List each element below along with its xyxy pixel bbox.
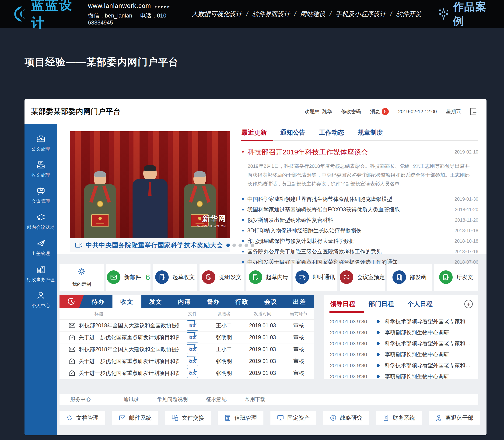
tab-recent-updates[interactable]: 最近更新 <box>241 128 267 140</box>
shortcut-draft-incoming[interactable]: 起草收文 <box>153 264 197 291</box>
site-nav-item[interactable]: 手机及小程序设计 <box>336 10 396 18</box>
news-item-date: 2018-07-16 <box>455 249 478 254</box>
app-mail-system[interactable]: 邮件系统 <box>112 411 158 425</box>
service-link[interactable]: 常见问题说明 <box>157 396 188 403</box>
news-item-title[interactable]: 俄罗斯研发出新型纳米磁性复合材料 <box>247 217 450 224</box>
shortcut-instant-messaging[interactable]: 即时通讯 <box>293 264 337 291</box>
app-fixed-assets[interactable]: 固定资产 <box>270 411 316 425</box>
site-nav-item[interactable]: 软件开发 <box>396 10 421 18</box>
todo-tab-outgoing[interactable]: 发文 <box>141 295 170 308</box>
tab-personal-schedule[interactable]: 个人日程 <box>407 300 433 312</box>
sidebar-item-business-trip[interactable]: 出差管理 <box>31 238 50 257</box>
shortcut-office-docs[interactable]: 厅发文 <box>434 264 478 291</box>
service-link[interactable]: 通讯录 <box>124 396 139 403</box>
add-schedule-icon[interactable]: + <box>464 300 473 308</box>
tab-notices[interactable]: 通知公告 <box>280 128 306 140</box>
schedule-item[interactable]: 2019 01 03 9:30 李萌副部长到生物中心调研 <box>330 371 473 382</box>
todo-tab-meeting[interactable]: 会议 <box>256 295 285 308</box>
tab-work-trends[interactable]: 工作动态 <box>319 128 344 140</box>
news-item-date: 2018-11-20 <box>455 218 478 223</box>
site-url[interactable]: www.lanlanwork.com <box>88 2 151 9</box>
sidebar-item-incoming-docs[interactable]: 收文处理 <box>31 160 50 178</box>
schedule-item-text[interactable]: 科学技术部领导看望外国老专家和外国老专家家属 <box>385 362 473 369</box>
schedule-item[interactable]: 2019 01 03 9:30 科学技术部领导看望外国老专家和外国老专家家属 <box>330 338 473 349</box>
site-header: 蓝蓝设计 www.lanlanwork.com▸▸▸▸▸ 微信：ben_lanl… <box>0 0 504 28</box>
news-item-title[interactable]: 3D打印植入物促进神经细胞生长以治疗脊髓损伤 <box>247 227 450 234</box>
portal-screenshot-card: 某部委某部委内网门户平台 欢迎您! 魏华 修改密码 消息5 2019-02-12… <box>25 99 487 435</box>
service-link[interactable]: 服务中心 <box>70 396 91 403</box>
todo-table-row[interactable]: 关于进一步优化国家重点研发计划项目和资金管理的通知 收文 张明明 2019 01… <box>59 367 314 379</box>
tab-rules[interactable]: 规章制度 <box>358 128 383 140</box>
news-item-title[interactable]: 我国科学家通过基因编辑长寿蛋白FOXO3获得优质人类血管细胞 <box>247 206 450 213</box>
sidebar-item-admin-affairs[interactable]: 行政事务管理 <box>27 264 55 283</box>
news-list-item[interactable]: 俄罗斯研发出新型纳米磁性复合材料 2018-11-20 <box>241 215 478 225</box>
schedule-item-text[interactable]: 科学技术部领导看望外国老专家和外国老专家家属 <box>385 318 473 325</box>
sidebar-item-document-processing[interactable]: 公文处理 <box>31 133 50 152</box>
todo-table-row[interactable]: 科技部2018年全国人大建议和全国政协提案办理情况 收文 王小二 2019 01… <box>59 319 314 331</box>
todo-table-row[interactable]: 科技部2018年全国人大建议和全国政协提案办理情况 收文 王小二 2019 01… <box>59 343 314 355</box>
schedule-item-text[interactable]: 李萌副部长到生物中心调研 <box>385 373 449 380</box>
app-document-mgmt[interactable]: 文档管理 <box>59 411 105 425</box>
news-item-title[interactable]: 中国科学家成功创建世界首批生物节律紊乱体细胞克隆猴模型 <box>247 195 450 203</box>
news-list-item[interactable]: 我国科学家通过基因编辑长寿蛋白FOXO3获得优质人类血管细胞 2018-11-2… <box>241 204 478 215</box>
shortcut-ministry-letters[interactable]: 部发函 <box>387 264 432 291</box>
carousel-dot[interactable] <box>232 244 236 247</box>
news-list-item[interactable]: 印尼珊瑚礁保护与修复计划获得大量科学数据 2018-10-18 <box>241 236 478 246</box>
todo-tab-admin[interactable]: 行政 <box>227 295 256 308</box>
app-duty-mgmt[interactable]: 值班管理 <box>218 411 264 425</box>
tab-leader-schedule[interactable]: 领导日程 <box>330 300 355 312</box>
tab-department-schedule[interactable]: 部门日程 <box>369 300 394 312</box>
service-link[interactable]: 征求意见 <box>206 396 226 403</box>
carousel-dot[interactable] <box>226 244 230 247</box>
news-list-item[interactable]: 国务院办公厅关于加强三级公立医院绩效考核工作的意见 2018-07-16 <box>241 246 478 257</box>
news-item-date: 2018-10-18 <box>455 238 478 244</box>
portal-header: 某部委某部委内网门户平台 欢迎您! 魏华 修改密码 消息5 2019-02-12… <box>25 99 487 124</box>
carousel-photo-award-ceremony[interactable]: 新华网 WWW.NEWS.CN <box>70 131 230 238</box>
sidebar-item-internal-meetings[interactable]: 部内会议活动 <box>27 212 55 231</box>
bullet-icon <box>242 251 244 252</box>
news-list-item[interactable]: 3D打印植入物促进神经细胞生长以治疗脊髓损伤 2018-10-18 <box>241 225 478 236</box>
shortcut-draft-internal[interactable]: 起草内请 <box>246 264 291 291</box>
app-finance-system[interactable]: 财务系统 <box>376 411 422 425</box>
schedule-item-text[interactable]: 李萌副部长到生物中心调研 <box>385 351 449 358</box>
schedule-item-text[interactable]: 科学技术部领导看望外国老专家和外国老专家家属 <box>385 340 473 347</box>
site-nav-item[interactable]: 大数据可视化设计 <box>192 10 252 18</box>
schedule-item[interactable]: 2019 01 03 9:30 科学技术部领导看望外国老专家和外国老专家家属 <box>330 360 473 371</box>
bullet-icon <box>242 219 244 221</box>
site-nav-item[interactable]: 网站建设 <box>300 10 336 18</box>
schedule-item[interactable]: 2019 01 03 9:30 李萌副部长到生物中心调研 <box>330 349 473 360</box>
logo[interactable]: 蓝蓝设计 <box>11 0 80 32</box>
news-item-title[interactable]: 国务院办公厅关于加强三级公立医院绩效考核工作的意见 <box>247 248 450 255</box>
todo-table-row[interactable]: 关于进一步优化国家重点研发计划项目和资金管理的通知 收文 张明明 2019 01… <box>59 331 314 343</box>
app-retired-cadres[interactable]: 离退休干部 <box>429 411 480 425</box>
todo-tab-internal[interactable]: 内请 <box>170 295 199 308</box>
todo-tab-supervise[interactable]: 督办 <box>199 295 227 308</box>
app-strategy-research[interactable]: 战略研究 <box>323 411 369 425</box>
todo-panel: 待办 收文 发文 内请 督办 行政 会议 出差 标题 文件 发送者 发送时间 当… <box>59 295 314 379</box>
todo-tab-incoming[interactable]: 收文 <box>112 295 141 308</box>
logout-icon[interactable] <box>470 108 476 115</box>
sidebar-item-personal-center[interactable]: 个人中心 <box>31 290 50 309</box>
news-list-item[interactable]: 中国科学家成功创建世界首批生物节律紊乱体细胞克隆猴模型 2019-01-30 <box>241 194 478 204</box>
app-file-exchange[interactable]: 文件交换 <box>165 411 211 425</box>
shortcut-my-customization[interactable]: 我的定制 <box>59 264 104 291</box>
carousel-caption[interactable]: 中共中央国务院隆重举行国家科学技术奖励大会 <box>86 241 223 249</box>
schedule-item-text[interactable]: 李萌副部长到生物中心调研 <box>385 329 449 336</box>
shortcut-meeting-room-booking[interactable]: 会议室预定 <box>340 264 385 291</box>
todo-tab-trip[interactable]: 出差 <box>285 295 314 308</box>
site-nav-item[interactable]: 软件界面设计 <box>252 10 300 18</box>
contact-info: www.lanlanwork.com▸▸▸▸▸ 微信：ben_lanlan电话：… <box>88 2 192 26</box>
change-password-link[interactable]: 修改密码 <box>341 108 361 115</box>
todo-table-row[interactable]: 关于进一步优化国家重点研发计划项目和资金管理的通知 收文 张明明 2019 01… <box>59 355 314 367</box>
shortcut-new-mail[interactable]: 新邮件 6 <box>106 264 151 291</box>
schedule-item[interactable]: 2019 01 03 9:30 科学技术部领导看望外国老专家和外国老专家家属 <box>330 316 473 327</box>
shortcut-party-docs[interactable]: 党组发文 <box>199 264 244 291</box>
messages-link[interactable]: 消息5 <box>370 108 389 115</box>
sidebar-item-meeting-mgmt[interactable]: 会议管理 <box>31 186 50 204</box>
featured-title[interactable]: 科技部召开2019年科技工作媒体座谈会 <box>248 148 455 157</box>
schedule-item[interactable]: 2019 01 03 9:30 李萌副部长到生物中心调研 <box>330 327 473 338</box>
portfolio-link[interactable]: 作品案例 <box>437 0 493 28</box>
todo-tab-pending[interactable]: 待办 <box>84 295 112 308</box>
news-item-title[interactable]: 印尼珊瑚礁保护与修复计划获得大量科学数据 <box>247 237 450 245</box>
service-link[interactable]: 常用下载 <box>245 396 265 403</box>
